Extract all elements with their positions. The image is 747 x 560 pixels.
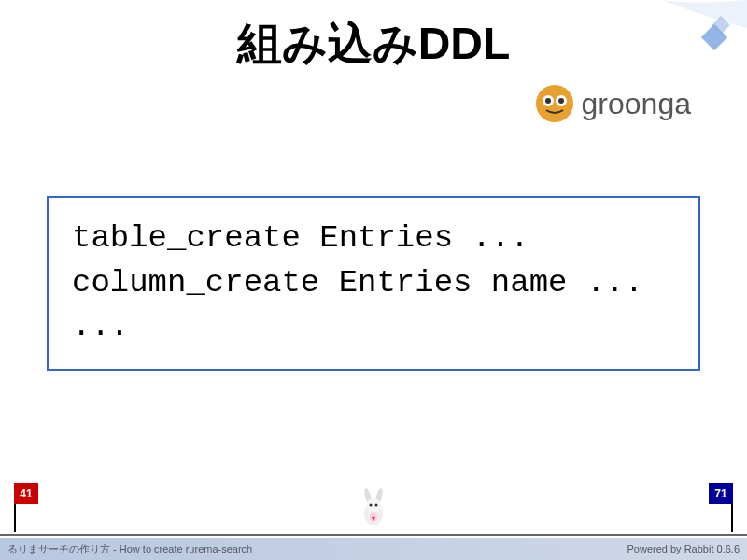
svg-point-11 <box>370 504 373 507</box>
total-pages-flag: 71 <box>709 483 733 532</box>
groonga-icon <box>535 84 574 123</box>
current-page-flag: 41 <box>14 483 38 532</box>
code-line: ... <box>72 305 675 350</box>
total-pages-number: 71 <box>709 483 733 504</box>
footer-left-text: るりまサーチの作り方 - How to create rurema-search <box>7 542 252 556</box>
logo-text: groonga <box>582 87 691 121</box>
current-page-number: 41 <box>14 483 38 504</box>
code-block: table_create Entries ... column_create E… <box>47 196 700 371</box>
svg-point-10 <box>366 498 381 513</box>
rabbit-mascot <box>357 487 390 534</box>
svg-point-2 <box>536 85 573 122</box>
code-line: column_create Entries name ... <box>72 261 675 306</box>
footer-right-text: Powered by Rabbit 0.6.6 <box>627 543 740 554</box>
corner-decoration <box>635 0 747 75</box>
svg-point-6 <box>558 98 564 104</box>
svg-point-12 <box>375 504 378 507</box>
svg-point-5 <box>545 98 551 104</box>
code-line: table_create Entries ... <box>72 217 675 261</box>
slide-footer: るりまサーチの作り方 - How to create rurema-search… <box>0 538 747 560</box>
progress-line <box>0 534 747 536</box>
groonga-logo: groonga <box>535 84 691 123</box>
